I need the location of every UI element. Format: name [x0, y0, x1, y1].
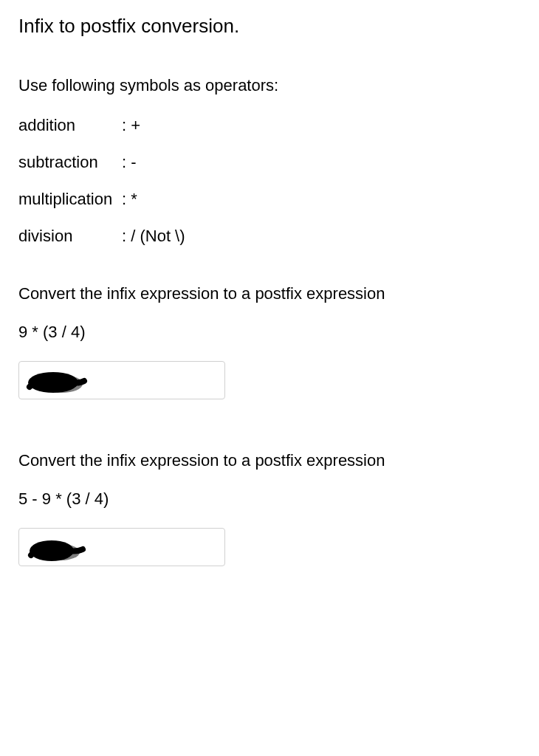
operator-symbol: : * — [122, 190, 137, 209]
question-prompt: Convert the infix expression to a postfi… — [18, 451, 521, 470]
operator-label: subtraction — [18, 153, 122, 172]
operator-row-division: division : / (Not \) — [18, 227, 521, 246]
answer-input-1[interactable] — [18, 361, 225, 399]
operator-label: division — [18, 227, 122, 246]
instructions-text: Use following symbols as operators: — [18, 76, 521, 95]
question-block-1: Convert the infix expression to a postfi… — [18, 284, 521, 399]
operator-label: addition — [18, 116, 122, 135]
question-prompt: Convert the infix expression to a postfi… — [18, 284, 521, 303]
page-title: Infix to postfix conversion. — [18, 15, 521, 38]
expression-text: 5 - 9 * (3 / 4) — [18, 489, 521, 509]
expression-text: 9 * (3 / 4) — [18, 323, 521, 342]
operators-list: addition : + subtraction : - multiplicat… — [18, 116, 521, 246]
question-block-2: Convert the infix expression to a postfi… — [18, 451, 521, 566]
redaction-mark-icon — [25, 366, 92, 397]
operator-symbol: : / (Not \) — [122, 227, 185, 246]
operator-symbol: : - — [122, 153, 137, 172]
answer-input-2[interactable] — [18, 528, 225, 566]
operator-label: multiplication — [18, 190, 122, 209]
operator-row-addition: addition : + — [18, 116, 521, 135]
redaction-mark-icon — [25, 533, 92, 564]
operator-row-multiplication: multiplication : * — [18, 190, 521, 209]
operator-row-subtraction: subtraction : - — [18, 153, 521, 172]
operator-symbol: : + — [122, 116, 140, 135]
